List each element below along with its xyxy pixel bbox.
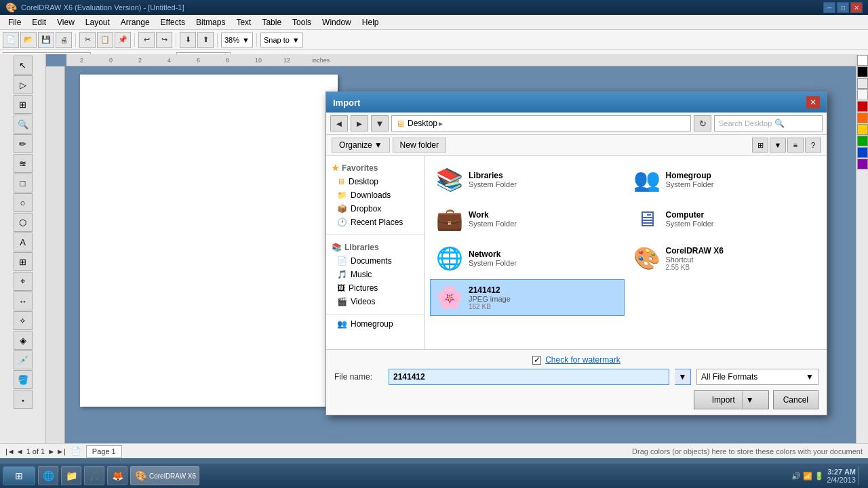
menu-text[interactable]: Text [231,16,256,28]
new-button[interactable]: 📄 [3,32,19,48]
taskbar-explorer[interactable]: 📁 [61,466,81,485]
menu-tools[interactable]: Tools [287,16,317,28]
color-swatch-orange[interactable] [857,113,868,123]
show-desktop-button[interactable] [859,466,863,485]
color-swatch-purple[interactable] [857,159,868,169]
menu-bitmaps[interactable]: Bitmaps [191,16,231,28]
color-swatch-blue[interactable] [857,147,868,158]
tree-item-downloads[interactable]: 📁 Downloads [326,188,424,202]
color-swatch-lightgray[interactable] [857,78,868,89]
import-dialog[interactable]: Import ✕ ◄ ► ▼ 🖥 Desktop ► ↻ Search Desk… [326,92,827,415]
import-button[interactable]: ⬇ [180,32,196,48]
help-button[interactable]: ? [805,138,821,152]
maximize-button[interactable]: □ [837,2,849,13]
paste-button[interactable]: 📌 [115,32,131,48]
crop-tool[interactable]: ⊞ [14,95,33,114]
color-swatch-green[interactable] [857,136,868,146]
page-nav-prev[interactable]: ◄ [16,447,24,455]
import-arrow-button[interactable]: ▼ [742,391,757,409]
menu-help[interactable]: Help [357,16,384,28]
color-swatch-black[interactable] [857,66,868,77]
page-add[interactable]: 📄 [71,447,81,455]
print-button[interactable]: 🖨 [56,32,72,48]
tree-item-music[interactable]: 🎵 Music [326,268,424,281]
select-tool[interactable]: ↖ [14,56,33,75]
table-tool[interactable]: ⊞ [14,252,33,271]
file-item-computer[interactable]: 🖥 Computer System Folder [627,201,822,237]
eyedropper-tool[interactable]: 💉 [14,350,33,369]
blend-tool[interactable]: ⟡ [14,311,33,330]
shape-tool[interactable]: ▷ [14,75,33,94]
organize-button[interactable]: Organize ▼ [332,138,390,152]
undo-button[interactable]: ↩ [138,32,155,48]
page-nav-first[interactable]: |◄ [5,447,15,455]
page-nav-last[interactable]: ►| [56,447,66,455]
start-button[interactable]: ⊞ [3,466,35,485]
clock[interactable]: 3:27 AM 2/4/2013 [827,468,856,484]
zoom-dropdown[interactable]: 38% ▼ [221,33,253,47]
zoom-tool[interactable]: 🔍 [14,115,33,134]
nav-dropdown-button[interactable]: ▼ [371,115,389,131]
filename-input[interactable] [389,369,669,385]
dimension-tool[interactable]: ⌖ [14,272,33,291]
snap-dropdown[interactable]: Snap to ▼ [260,33,303,47]
watermark-link[interactable]: Check for watermark [545,355,620,365]
interactive-tool[interactable]: ⬩ [14,390,33,409]
menu-table[interactable]: Table [256,16,287,28]
file-item-network[interactable]: 🌐 Network System Folder [430,240,625,277]
export-button[interactable]: ⬆ [197,32,214,48]
menu-view[interactable]: View [52,16,80,28]
color-swatch-yellow[interactable] [857,124,868,135]
ellipse-tool[interactable]: ○ [14,193,33,212]
color-swatch-gray[interactable] [857,89,868,100]
smart-tool[interactable]: ≋ [14,154,33,173]
taskbar-firefox[interactable]: 🦊 [107,466,127,485]
menu-layout[interactable]: Layout [80,16,115,28]
fill-tool[interactable]: 🪣 [14,370,33,389]
tree-item-homegroup[interactable]: 👥 Homegroup [326,317,424,331]
new-folder-button[interactable]: New folder [393,138,446,152]
open-button[interactable]: 📂 [20,32,37,48]
page-nav-next[interactable]: ► [47,447,55,455]
tree-item-videos[interactable]: 🎬 Videos [326,295,424,308]
nav-forward-button[interactable]: ► [351,115,368,131]
file-item-libraries[interactable]: 📚 Libraries System Folder [430,161,625,198]
rectangle-tool[interactable]: □ [14,174,33,192]
redo-button[interactable]: ↪ [156,32,172,48]
cut-button[interactable]: ✂ [79,32,96,48]
import-button-group[interactable]: Import ▼ [694,390,769,409]
view-details-button[interactable]: ≡ [787,138,804,152]
dialog-close-button[interactable]: ✕ [806,96,820,108]
tree-item-desktop[interactable]: 🖥 Desktop [326,175,424,188]
search-box[interactable]: Search Desktop 🔍 [714,115,823,131]
copy-button[interactable]: 📋 [97,32,113,48]
file-item-image[interactable]: 🌸 2141412 JPEG image 162 KB [430,279,625,316]
file-item-coreldraw[interactable]: 🎨 CorelDRAW X6 Shortcut 2.55 KB [627,240,822,277]
taskbar-coreldraw[interactable]: 🎨 CorelDRAW X6 [130,466,199,485]
file-item-work[interactable]: 💼 Work System Folder [430,201,625,237]
filetype-select[interactable]: All File Formats ▼ [696,369,818,385]
transparency-tool[interactable]: ◈ [14,331,33,350]
connector-tool[interactable]: ↔ [14,291,33,310]
tree-item-recent[interactable]: 🕐 Recent Places [326,216,424,229]
file-item-homegroup[interactable]: 👥 Homegroup System Folder [627,161,822,198]
save-button[interactable]: 💾 [38,32,54,48]
nav-refresh-button[interactable]: ↻ [694,115,711,131]
nav-back-button[interactable]: ◄ [330,115,348,131]
close-button[interactable]: ✕ [850,2,863,13]
filename-dropdown[interactable]: ▼ [675,369,691,385]
text-tool[interactable]: A [14,232,33,251]
tree-item-pictures[interactable]: 🖼 Pictures [326,281,424,295]
watermark-checkbox[interactable]: ✓ [532,356,541,365]
view-large-icons-button[interactable]: ⊞ [752,138,768,152]
polygon-tool[interactable]: ⬡ [14,213,33,232]
tree-item-dropbox[interactable]: 📦 Dropbox [326,202,424,216]
minimize-button[interactable]: ─ [823,2,835,13]
menu-effects[interactable]: Effects [155,16,191,28]
color-swatch-white[interactable] [857,55,868,66]
freehand-tool[interactable]: ✏ [14,134,33,153]
menu-arrange[interactable]: Arrange [115,16,155,28]
taskbar-media[interactable]: 🎵 [84,466,104,485]
color-swatch-red[interactable] [857,101,868,112]
menu-edit[interactable]: Edit [26,16,52,28]
